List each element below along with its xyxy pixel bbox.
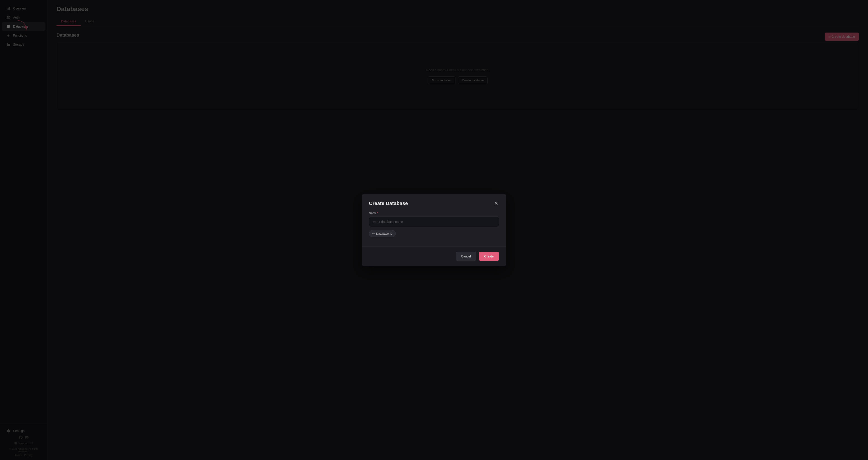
modal-title: Create Database <box>369 201 408 206</box>
create-button[interactable]: Create <box>479 252 499 261</box>
name-label: Name* <box>369 211 499 215</box>
modal-close-button[interactable]: ✕ <box>493 200 499 207</box>
cancel-button[interactable]: Cancel <box>456 252 476 261</box>
modal-overlay[interactable]: Create Database ✕ Name* ✏ Database ID Ca… <box>0 0 868 460</box>
database-name-input[interactable] <box>369 217 499 227</box>
database-id-button[interactable]: ✏ Database ID <box>369 230 396 237</box>
modal-footer: Cancel Create <box>362 247 506 266</box>
modal-body: Name* ✏ Database ID <box>362 211 506 243</box>
modal-header: Create Database ✕ <box>362 194 506 211</box>
required-star: * <box>377 211 378 215</box>
pencil-icon: ✏ <box>372 232 375 235</box>
create-database-modal: Create Database ✕ Name* ✏ Database ID Ca… <box>362 194 506 266</box>
